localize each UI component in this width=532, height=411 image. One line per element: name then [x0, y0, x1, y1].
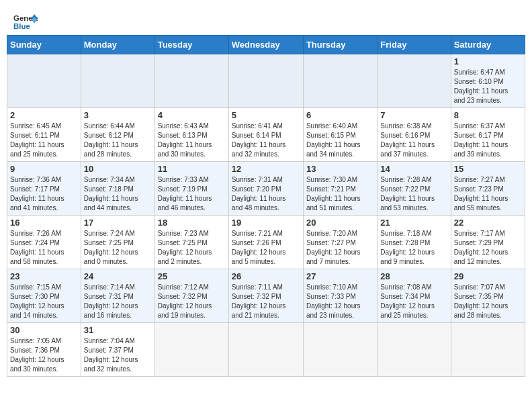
day-info: Sunrise: 6:40 AM Sunset: 6:15 PM Dayligh… — [306, 122, 374, 159]
day-info: Sunrise: 7:07 AM Sunset: 7:35 PM Dayligh… — [454, 283, 522, 320]
day-info: Sunrise: 7:31 AM Sunset: 7:20 PM Dayligh… — [232, 175, 300, 213]
day-info: Sunrise: 6:43 AM Sunset: 6:13 PM Dayligh… — [158, 122, 226, 159]
day-info: Sunrise: 7:34 AM Sunset: 7:18 PM Dayligh… — [84, 175, 152, 213]
calendar-cell: 4Sunrise: 6:43 AM Sunset: 6:13 PM Daylig… — [154, 108, 228, 162]
day-number: 25 — [158, 271, 226, 281]
calendar-cell: 27Sunrise: 7:10 AM Sunset: 7:33 PM Dayli… — [303, 269, 377, 323]
day-info: Sunrise: 7:33 AM Sunset: 7:19 PM Dayligh… — [158, 175, 226, 213]
page-header: General Blue — [7, 7, 525, 35]
calendar-cell: 15Sunrise: 7:27 AM Sunset: 7:23 PM Dayli… — [451, 162, 525, 216]
calendar-cell: 20Sunrise: 7:20 AM Sunset: 7:27 PM Dayli… — [303, 216, 377, 269]
day-number: 21 — [380, 218, 447, 228]
calendar-week-row: 30Sunrise: 7:05 AM Sunset: 7:36 PM Dayli… — [7, 323, 525, 377]
calendar-cell: 5Sunrise: 6:41 AM Sunset: 6:14 PM Daylig… — [228, 108, 303, 162]
calendar-week-row: 9Sunrise: 7:36 AM Sunset: 7:17 PM Daylig… — [7, 162, 525, 216]
calendar-cell: 21Sunrise: 7:18 AM Sunset: 7:28 PM Dayli… — [378, 216, 451, 269]
weekday-header-wednesday: Wednesday — [228, 36, 303, 54]
svg-text:Blue: Blue — [13, 22, 30, 30]
calendar-cell — [81, 54, 154, 108]
calendar-cell: 18Sunrise: 7:23 AM Sunset: 7:25 PM Dayli… — [154, 216, 228, 269]
day-info: Sunrise: 7:08 AM Sunset: 7:34 PM Dayligh… — [380, 283, 447, 320]
day-number: 22 — [454, 218, 522, 228]
day-info: Sunrise: 7:15 AM Sunset: 7:30 PM Dayligh… — [10, 283, 78, 320]
calendar-cell: 13Sunrise: 7:30 AM Sunset: 7:21 PM Dayli… — [303, 162, 377, 216]
calendar-cell — [154, 323, 228, 377]
day-number: 20 — [306, 218, 374, 228]
calendar-cell: 17Sunrise: 7:24 AM Sunset: 7:25 PM Dayli… — [81, 216, 154, 269]
calendar-header-row: SundayMondayTuesdayWednesdayThursdayFrid… — [7, 36, 525, 54]
calendar-cell: 29Sunrise: 7:07 AM Sunset: 7:35 PM Dayli… — [451, 269, 525, 323]
day-info: Sunrise: 7:23 AM Sunset: 7:25 PM Dayligh… — [158, 229, 226, 267]
calendar-cell: 12Sunrise: 7:31 AM Sunset: 7:20 PM Dayli… — [228, 162, 303, 216]
weekday-header-thursday: Thursday — [303, 36, 377, 54]
calendar-cell: 31Sunrise: 7:04 AM Sunset: 7:37 PM Dayli… — [81, 323, 154, 377]
weekday-header-monday: Monday — [81, 36, 154, 54]
day-number: 6 — [306, 110, 374, 120]
calendar-cell — [451, 323, 525, 377]
calendar-cell: 1Sunrise: 6:47 AM Sunset: 6:10 PM Daylig… — [451, 54, 525, 108]
day-number: 13 — [306, 164, 374, 174]
day-number: 30 — [10, 325, 78, 335]
calendar-cell — [303, 323, 377, 377]
calendar-cell: 28Sunrise: 7:08 AM Sunset: 7:34 PM Dayli… — [378, 269, 451, 323]
day-info: Sunrise: 7:24 AM Sunset: 7:25 PM Dayligh… — [84, 229, 152, 267]
calendar-cell — [228, 54, 303, 108]
calendar-week-row: 23Sunrise: 7:15 AM Sunset: 7:30 PM Dayli… — [7, 269, 525, 323]
day-info: Sunrise: 7:30 AM Sunset: 7:21 PM Dayligh… — [306, 175, 374, 213]
day-info: Sunrise: 7:12 AM Sunset: 7:32 PM Dayligh… — [158, 283, 226, 320]
day-number: 16 — [10, 218, 78, 228]
day-info: Sunrise: 7:28 AM Sunset: 7:22 PM Dayligh… — [380, 175, 447, 213]
calendar-cell: 23Sunrise: 7:15 AM Sunset: 7:30 PM Dayli… — [7, 269, 81, 323]
calendar-cell — [378, 54, 451, 108]
day-number: 28 — [380, 271, 447, 281]
calendar-week-row: 2Sunrise: 6:45 AM Sunset: 6:11 PM Daylig… — [7, 108, 525, 162]
calendar-cell: 16Sunrise: 7:26 AM Sunset: 7:24 PM Dayli… — [7, 216, 81, 269]
day-number: 10 — [84, 164, 152, 174]
day-info: Sunrise: 6:38 AM Sunset: 6:16 PM Dayligh… — [380, 122, 447, 159]
day-number: 7 — [380, 110, 447, 120]
day-number: 8 — [454, 110, 522, 120]
calendar-table: SundayMondayTuesdayWednesdayThursdayFrid… — [7, 35, 525, 377]
day-number: 11 — [158, 164, 226, 174]
day-info: Sunrise: 7:05 AM Sunset: 7:36 PM Dayligh… — [10, 336, 78, 374]
calendar-cell — [154, 54, 228, 108]
calendar-cell: 11Sunrise: 7:33 AM Sunset: 7:19 PM Dayli… — [154, 162, 228, 216]
calendar-cell: 14Sunrise: 7:28 AM Sunset: 7:22 PM Dayli… — [378, 162, 451, 216]
calendar-cell: 22Sunrise: 7:17 AM Sunset: 7:29 PM Dayli… — [451, 216, 525, 269]
day-info: Sunrise: 7:11 AM Sunset: 7:32 PM Dayligh… — [232, 283, 300, 320]
day-number: 2 — [10, 110, 78, 120]
day-info: Sunrise: 7:20 AM Sunset: 7:27 PM Dayligh… — [306, 229, 374, 267]
calendar-cell: 7Sunrise: 6:38 AM Sunset: 6:16 PM Daylig… — [378, 108, 451, 162]
day-number: 23 — [10, 271, 78, 281]
logo-icon: General Blue — [13, 12, 38, 31]
calendar-cell: 19Sunrise: 7:21 AM Sunset: 7:26 PM Dayli… — [228, 216, 303, 269]
weekday-header-tuesday: Tuesday — [154, 36, 228, 54]
weekday-header-friday: Friday — [378, 36, 451, 54]
weekday-header-sunday: Sunday — [7, 36, 81, 54]
day-number: 9 — [10, 164, 78, 174]
calendar-cell: 9Sunrise: 7:36 AM Sunset: 7:17 PM Daylig… — [7, 162, 81, 216]
day-info: Sunrise: 7:21 AM Sunset: 7:26 PM Dayligh… — [232, 229, 300, 267]
day-info: Sunrise: 7:10 AM Sunset: 7:33 PM Dayligh… — [306, 283, 374, 320]
calendar-cell: 2Sunrise: 6:45 AM Sunset: 6:11 PM Daylig… — [7, 108, 81, 162]
day-info: Sunrise: 6:41 AM Sunset: 6:14 PM Dayligh… — [232, 122, 300, 159]
day-number: 17 — [84, 218, 152, 228]
calendar-cell: 10Sunrise: 7:34 AM Sunset: 7:18 PM Dayli… — [81, 162, 154, 216]
day-number: 3 — [84, 110, 152, 120]
calendar-cell — [303, 54, 377, 108]
calendar-cell — [228, 323, 303, 377]
day-number: 24 — [84, 271, 152, 281]
day-number: 5 — [232, 110, 300, 120]
calendar-cell: 6Sunrise: 6:40 AM Sunset: 6:15 PM Daylig… — [303, 108, 377, 162]
day-info: Sunrise: 7:18 AM Sunset: 7:28 PM Dayligh… — [380, 229, 447, 267]
day-info: Sunrise: 7:14 AM Sunset: 7:31 PM Dayligh… — [84, 283, 152, 320]
day-number: 26 — [232, 271, 300, 281]
day-number: 19 — [232, 218, 300, 228]
calendar-week-row: 1Sunrise: 6:47 AM Sunset: 6:10 PM Daylig… — [7, 54, 525, 108]
calendar-cell — [7, 54, 81, 108]
calendar-cell: 25Sunrise: 7:12 AM Sunset: 7:32 PM Dayli… — [154, 269, 228, 323]
day-number: 18 — [158, 218, 226, 228]
calendar-cell: 30Sunrise: 7:05 AM Sunset: 7:36 PM Dayli… — [7, 323, 81, 377]
day-number: 14 — [380, 164, 447, 174]
day-info: Sunrise: 7:36 AM Sunset: 7:17 PM Dayligh… — [10, 175, 78, 213]
